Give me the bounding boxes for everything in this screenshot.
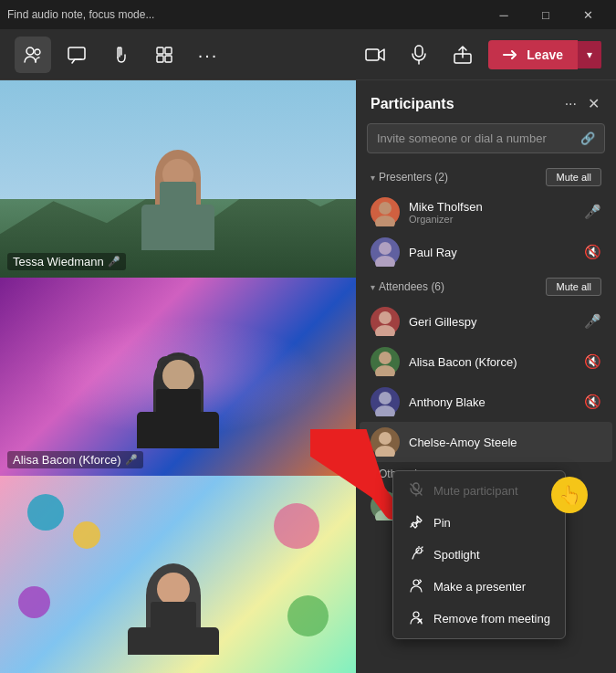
avatar-alisa-attendee [371, 347, 400, 376]
svg-point-30 [416, 548, 422, 553]
video-label-alisa: Alisa Bacon (Kforce) 🎤 [7, 451, 143, 468]
leave-button[interactable]: Leave ▾ [488, 40, 601, 69]
pin-menu-label: Pin [433, 516, 451, 530]
context-menu-pin[interactable]: Pin [393, 507, 565, 539]
svg-point-17 [379, 352, 392, 364]
invite-input[interactable]: Invite someone or dial a number 🔗 [367, 123, 605, 153]
svg-rect-5 [157, 56, 163, 62]
alisa-attendee-mic-icon: 🔇 [584, 353, 601, 370]
cursor-hand-icon: 👆 [559, 486, 581, 504]
avatar-geri [371, 307, 400, 336]
panel-close-button[interactable]: ✕ [586, 93, 601, 114]
svg-point-13 [379, 242, 392, 255]
attendees-mute-all-button[interactable]: Mute all [546, 278, 601, 296]
mike-mic-icon: 🎤 [584, 204, 601, 220]
video-name-alisa: Alisa Bacon (Kforce) [13, 453, 121, 467]
svg-point-15 [379, 311, 392, 324]
video-area: Tessa Wiedmann 🎤 Alisa Bacon (Kforce) � [0, 80, 356, 673]
paul-info: Paul Ray [409, 246, 584, 259]
others-collapse-icon[interactable]: ▾ [371, 469, 375, 479]
participant-row-anthony[interactable]: Anthony Blake 🔇 [360, 382, 612, 422]
camera-tool-button[interactable] [357, 37, 393, 73]
toolbar-right: Leave ▾ [357, 37, 601, 73]
svg-point-0 [26, 47, 34, 55]
svg-rect-7 [366, 49, 379, 60]
spotlight-menu-label: Spotlight [433, 548, 480, 562]
mike-name: Mike Tholfsen [409, 200, 584, 214]
title-bar-controls: ─ □ ✕ [483, 0, 609, 29]
svg-rect-2 [68, 47, 85, 59]
alisa-attendee-name: Alisa Bacon (Kforce) [409, 355, 584, 369]
invite-placeholder: Invite someone or dial a number [377, 131, 547, 145]
title-bar-left: Find audio note, focus mode... [7, 8, 483, 21]
invite-link-icon: 🔗 [580, 131, 595, 145]
maximize-button[interactable]: □ [525, 0, 567, 29]
presenter-menu-label: Make a presenter [433, 580, 526, 594]
panel-title: Participants [371, 96, 454, 112]
alisa-mic-icon: 🎤 [125, 454, 138, 466]
svg-point-21 [379, 432, 392, 445]
svg-point-18 [375, 365, 395, 376]
remove-menu-label: Remove from meeting [433, 612, 550, 626]
apps-tool-button[interactable] [146, 37, 183, 73]
context-menu-spotlight[interactable]: Spotlight [393, 539, 565, 571]
anthony-mic-icon: 🔇 [584, 394, 601, 410]
context-menu-remove[interactable]: Remove from meeting [393, 603, 565, 635]
presenters-mute-all-button[interactable]: Mute all [546, 168, 601, 186]
presenters-collapse-icon[interactable]: ▾ [371, 173, 375, 183]
title-bar-title: Find audio note, focus mode... [7, 8, 154, 21]
attendees-collapse-icon[interactable]: ▾ [371, 282, 375, 292]
leave-main-button[interactable]: Leave [488, 40, 578, 69]
geri-mic-icon: 🎤 [584, 313, 601, 330]
participant-row-chelse[interactable]: Chelse-Amoy Steele [360, 422, 612, 462]
participant-row-geri[interactable]: Geri Gillespy 🎤 [360, 301, 612, 342]
panel-header: Participants ··· ✕ [356, 80, 616, 123]
svg-line-28 [411, 484, 422, 495]
context-menu-mute[interactable]: Mute participant [393, 475, 565, 507]
mute-menu-icon [408, 482, 424, 499]
svg-point-12 [375, 216, 395, 226]
chat-tool-button[interactable] [58, 37, 95, 73]
mike-role: Organizer [409, 214, 584, 225]
paul-name: Paul Ray [409, 246, 584, 259]
participants-tool-button[interactable] [15, 37, 51, 73]
participant-row-mike[interactable]: Mike Tholfsen Organizer 🎤 [360, 192, 612, 232]
hand-tool-button[interactable] [102, 37, 139, 73]
context-menu-presenter[interactable]: Make a presenter [393, 571, 565, 603]
video-tile-alisa: Alisa Bacon (Kforce) 🎤 [0, 278, 356, 475]
toolbar: ··· L [0, 29, 616, 80]
presenters-section-header: ▾ Presenters (2) Mute all [360, 163, 612, 192]
mute-menu-label: Mute participant [433, 484, 518, 498]
participant-row-paul[interactable]: Paul Ray 🔇 [360, 232, 612, 272]
leave-label: Leave [527, 47, 563, 62]
presenters-label: ▾ Presenters (2) [371, 171, 448, 184]
share-tool-button[interactable] [444, 37, 481, 73]
avatar-chelse [371, 427, 400, 457]
remove-menu-icon [408, 610, 424, 627]
more-tool-button[interactable]: ··· [190, 37, 226, 73]
mic-tool-button[interactable] [401, 37, 437, 73]
presenter-menu-icon [408, 578, 424, 595]
attendees-label: ▾ Attendees (6) [371, 280, 444, 293]
video-name-tessa: Tessa Wiedmann [13, 255, 104, 268]
svg-point-35 [413, 612, 419, 617]
panel-more-button[interactable]: ··· [563, 94, 579, 114]
title-bar: Find audio note, focus mode... ─ □ ✕ [0, 0, 616, 29]
video-label-tessa: Tessa Wiedmann 🎤 [7, 253, 126, 270]
participant-row-alisa-attendee[interactable]: Alisa Bacon (Kforce) 🔇 [360, 342, 612, 382]
leave-dropdown-button[interactable]: ▾ [578, 41, 601, 68]
avatar-mike [371, 197, 400, 226]
spotlight-menu-icon [408, 546, 424, 563]
svg-rect-8 [415, 46, 423, 57]
svg-rect-4 [165, 47, 172, 54]
anthony-info: Anthony Blake [409, 395, 584, 409]
context-menu: Mute participant Pin Spotlight [392, 470, 566, 639]
presenters-title: Presenters (2) [379, 171, 448, 184]
cursor-circle: 👆 [551, 477, 588, 513]
minimize-button[interactable]: ─ [483, 0, 525, 29]
svg-point-22 [375, 446, 395, 457]
panel-header-icons: ··· ✕ [563, 93, 601, 114]
avatar-paul [371, 237, 400, 267]
paul-mic-icon: 🔇 [584, 244, 601, 260]
close-button[interactable]: ✕ [567, 0, 609, 29]
